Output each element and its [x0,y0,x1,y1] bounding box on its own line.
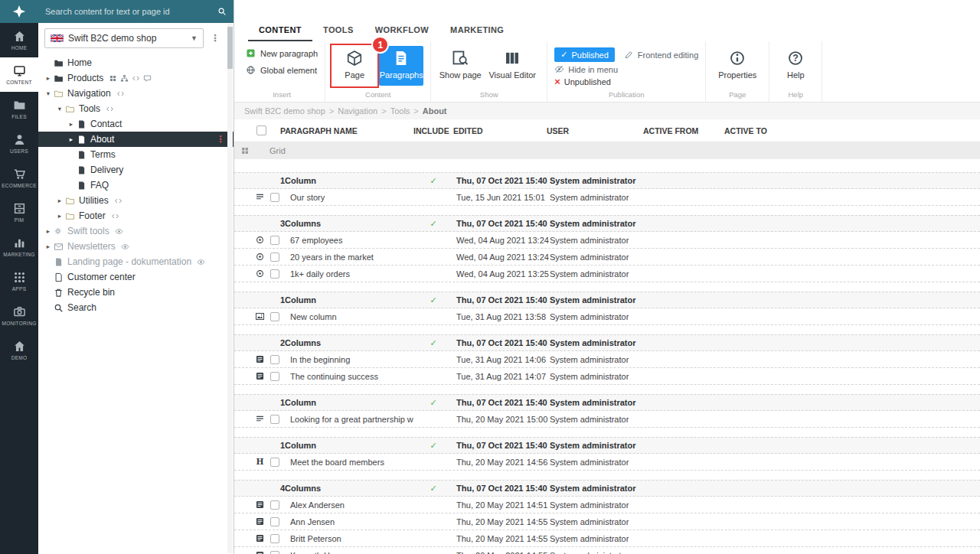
table-row[interactable]: 1k+ daily orders Wed, 04 Aug 2021 13:25 … [234,266,980,282]
table-row[interactable]: Meet the board members Thu, 20 May 2021 … [234,454,980,471]
tree-item[interactable]: Products [38,70,234,86]
row-checkbox[interactable] [270,517,279,526]
site-selector-dropdown[interactable]: Swift B2C demo shop ▼ [44,28,204,48]
paragraph-name[interactable]: 3Columns [268,219,413,228]
select-all-checkbox[interactable] [256,125,266,135]
breadcrumb-part[interactable]: Tools [390,106,423,116]
expand-arrow-icon[interactable] [54,197,65,204]
paragraph-name[interactable]: 2Columns [268,338,413,347]
table-row[interactable]: Alex Andersen Thu, 20 May 2021 14:51 Sys… [234,497,980,513]
table-row[interactable]: Looking for a great partnership with an … [234,411,980,428]
row-checkbox[interactable] [270,253,279,262]
row-checkbox[interactable] [270,534,279,543]
expand-arrow-icon[interactable] [43,243,54,250]
tree-item[interactable]: FAQ [38,178,234,193]
expand-arrow-icon[interactable] [54,105,65,112]
global-element-button[interactable]: Global element [246,63,318,77]
tree-item[interactable]: Swift tools [38,223,234,239]
ribbon-tab[interactable]: CONTENT [248,25,312,41]
paragraph-name[interactable]: 1Column [268,176,413,185]
paragraph-name[interactable]: 1Column [268,441,413,450]
table-row[interactable]: The continuing success Tue, 31 Aug 2021 … [234,368,980,385]
paragraph-name[interactable]: 1Column [268,295,413,305]
rail-item-pim[interactable]: PIM [0,195,38,230]
rail-item-monitoring[interactable]: MONITORING [0,298,38,333]
table-row[interactable]: 2Columns Thu, 07 Oct 2021 15:40 System a… [234,334,980,351]
paragraph-name[interactable]: 1Column [268,398,413,407]
paragraph-name[interactable]: Ann Jensen [286,517,413,526]
paragraph-name[interactable]: Kenneth Hansen [286,551,413,554]
tree-item[interactable]: Contact [38,116,234,132]
ribbon-tab[interactable]: MARKETING [439,25,514,41]
properties-button[interactable]: Properties [713,46,762,86]
frontend-editing-button[interactable]: Frontend editing [624,50,699,60]
table-row[interactable]: 1Column Thu, 07 Oct 2021 15:40 System ad… [234,394,980,411]
table-row[interactable]: 1Column Thu, 07 Oct 2021 15:40 System ad… [234,437,980,454]
tree-item[interactable]: Navigation [38,86,234,101]
expand-arrow-icon[interactable] [66,135,77,143]
rail-item-apps[interactable]: APPS [0,264,38,298]
table-row[interactable]: Kenneth Hansen Thu, 20 May 2021 14:55 Sy… [234,547,980,554]
help-button[interactable]: Help [776,46,815,86]
unpublished-button[interactable]: Unpublished [554,77,698,86]
rail-item-demo[interactable]: DEMO [0,333,38,367]
tree-item[interactable]: Search [38,300,234,315]
paragraph-name[interactable]: 20 years in the market [286,253,413,262]
expand-arrow-icon[interactable] [66,120,77,128]
tree-item[interactable]: Terms [38,147,234,162]
table-row[interactable]: New column Tue, 31 Aug 2021 13:58 System… [234,308,980,325]
expand-arrow-icon[interactable] [43,227,54,235]
paragraph-name[interactable]: The continuing success [286,372,413,381]
paragraph-name[interactable]: Meet the board members [286,458,413,467]
new-paragraph-button[interactable]: New paragraph [246,46,318,60]
expand-arrow-icon[interactable] [54,212,65,220]
paragraph-name[interactable]: In the beginning [286,355,413,364]
tree-item[interactable]: Landing page - dokumentation [38,254,234,269]
row-checkbox[interactable] [270,551,279,554]
paragraph-name[interactable]: New column [286,312,413,321]
ribbon-tab[interactable]: TOOLS [312,25,364,41]
tree-item[interactable]: Tools [38,101,234,116]
table-row[interactable]: 67 employees Wed, 04 Aug 2021 13:24 Syst… [234,232,980,249]
row-checkbox[interactable] [270,500,279,510]
table-row[interactable]: 1Column Thu, 07 Oct 2021 15:40 System ad… [234,292,980,308]
paragraph-name[interactable]: Our story [286,193,413,202]
tree-item[interactable]: Home [38,55,234,70]
rail-item-home[interactable]: HOME [0,23,38,57]
row-checkbox[interactable] [270,236,279,245]
table-row[interactable]: Ann Jensen Thu, 20 May 2021 14:55 System… [234,513,980,530]
row-checkbox[interactable] [270,355,279,364]
tree-scrollbar-thumb[interactable] [227,27,233,69]
expand-arrow-icon[interactable] [43,90,54,97]
search-input[interactable] [45,7,213,16]
paragraph-name[interactable]: Britt Peterson [286,534,413,543]
row-checkbox[interactable] [270,458,279,467]
breadcrumb-part[interactable]: Navigation [338,106,390,116]
tree-item[interactable]: Utilities [38,193,234,208]
paragraphs-button[interactable]: Paragraphs [379,46,423,86]
tree-item[interactable]: About [38,132,234,147]
tree-item[interactable]: Recycle bin [38,285,234,300]
row-checkbox[interactable] [270,312,279,321]
rail-item-users[interactable]: USERS [0,126,38,161]
tree-item[interactable]: Newsletters [38,239,234,254]
breadcrumb-part[interactable]: Swift B2C demo shop [244,106,338,116]
grid-row[interactable]: Grid [234,142,980,159]
tree-item[interactable]: Customer center [38,269,234,285]
site-options-button[interactable] [207,28,223,48]
table-row[interactable]: In the beginning Tue, 31 Aug 2021 14:06 … [234,351,980,368]
page-button[interactable]: 1 Page [332,46,377,86]
table-row[interactable]: 1Column Thu, 07 Oct 2021 15:40 System ad… [234,172,980,189]
visual-editor-button[interactable]: Visual Editor [485,46,540,86]
table-row[interactable]: Britt Peterson Thu, 20 May 2021 14:55 Sy… [234,530,980,547]
show-page-button[interactable]: Show page [438,46,482,86]
paragraph-name[interactable]: 1k+ daily orders [286,269,413,279]
table-row[interactable]: 4Columns Thu, 07 Oct 2021 15:40 System a… [234,480,980,497]
hide-in-menu-button[interactable]: Hide in menu [554,64,698,74]
row-checkbox[interactable] [270,372,279,381]
table-row[interactable]: 20 years in the market Wed, 04 Aug 2021 … [234,249,980,266]
rail-item-marketing[interactable]: MARKETING [0,230,38,264]
paragraph-name[interactable]: Looking for a great partnership with an … [286,415,413,424]
table-row[interactable]: 3Columns Thu, 07 Oct 2021 15:40 System a… [234,215,980,232]
paragraph-name[interactable]: Alex Andersen [286,500,413,510]
